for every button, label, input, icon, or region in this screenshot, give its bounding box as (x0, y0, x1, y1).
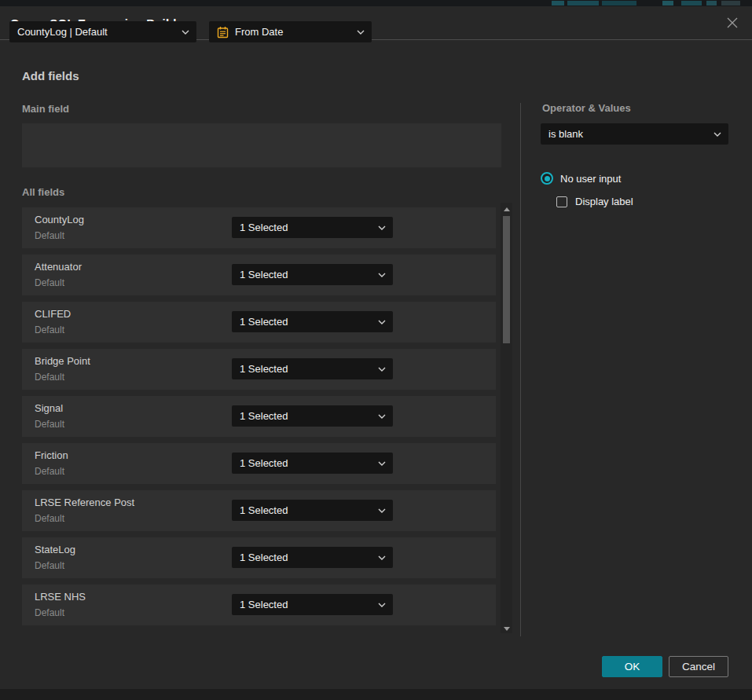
background-bottom-strip (0, 689, 752, 700)
field-row-subtitle: Default (35, 277, 64, 288)
chevron-down-icon (378, 508, 386, 513)
no-user-input-label: No user input (560, 173, 621, 185)
field-row-selection-select[interactable]: 1 Selected (232, 547, 393, 568)
field-row-subtitle: Default (35, 230, 64, 241)
field-row-selection-value: 1 Selected (240, 222, 288, 233)
display-label-label: Display label (575, 196, 633, 207)
field-row-name: Signal (35, 402, 63, 415)
main-field-panel (22, 123, 501, 167)
background-artifact (721, 1, 740, 5)
field-row-subtitle: Default (35, 324, 64, 335)
field-row-selection-select[interactable]: 1 Selected (232, 500, 393, 521)
chevron-down-icon (378, 225, 386, 230)
field-row-name: CountyLog (35, 214, 84, 226)
field-row-name: Bridge Point (35, 355, 90, 368)
field-row-selection-select[interactable]: 1 Selected (232, 311, 393, 332)
panel-divider (520, 103, 521, 636)
field-row: StateLog Default 1 Selected (22, 537, 496, 578)
ok-button[interactable]: OK (602, 656, 662, 677)
display-label-checkbox[interactable]: Display label (556, 196, 633, 207)
field-row-selection-value: 1 Selected (240, 316, 288, 328)
field-row-name: StateLog (35, 544, 75, 556)
field-row-subtitle: Default (35, 419, 64, 430)
background-artifact (552, 1, 564, 5)
chevron-down-icon (378, 273, 386, 277)
main-field-layer-select[interactable]: CountyLog | Default (9, 21, 196, 42)
field-row: Signal Default 1 Selected (22, 396, 496, 437)
field-row-name: Friction (35, 449, 68, 462)
field-row-selection-select[interactable]: 1 Selected (232, 453, 393, 474)
field-row-selection-value: 1 Selected (240, 457, 288, 469)
chevron-down-icon (378, 320, 386, 324)
radio-selected-icon (541, 172, 553, 185)
field-row-name: Attenuator (35, 261, 82, 273)
scrollbar-thumb[interactable] (503, 216, 510, 343)
field-row: Friction Default 1 Selected (22, 443, 496, 484)
background-artifact (681, 1, 702, 5)
field-row-selection-select[interactable]: 1 Selected (232, 264, 393, 285)
operator-select[interactable]: is blank (541, 123, 728, 145)
chevron-down-icon (378, 461, 386, 466)
no-user-input-radio[interactable]: No user input (541, 172, 621, 185)
field-row-name: LRSE NHS (35, 591, 86, 603)
operator-select-value: is blank (548, 128, 583, 140)
chevron-down-icon (378, 367, 386, 372)
close-icon[interactable] (724, 16, 740, 31)
field-row-selection-select[interactable]: 1 Selected (232, 594, 393, 615)
chevron-down-icon (182, 30, 189, 35)
field-row-subtitle: Default (35, 372, 64, 383)
dialog-group-sql-expression-builder: Group SQL Expression Builder Add fields … (0, 6, 752, 689)
chevron-down-icon (378, 414, 386, 419)
field-row-selection-select[interactable]: 1 Selected (232, 405, 393, 427)
triangle-down-icon[interactable] (504, 627, 510, 631)
field-row-selection-value: 1 Selected (240, 363, 288, 375)
background-artifact (602, 1, 636, 5)
calendar-icon (217, 26, 229, 38)
operator-values-label: Operator & Values (542, 102, 631, 114)
field-row: CountyLog Default 1 Selected (22, 207, 496, 248)
field-row-selection-value: 1 Selected (240, 410, 288, 422)
field-row-name: LRSE Reference Post (35, 497, 134, 509)
checkbox-unchecked-icon (556, 196, 567, 207)
field-row-selection-value: 1 Selected (240, 599, 288, 610)
main-field-label: Main field (22, 103, 69, 115)
add-fields-heading: Add fields (22, 69, 79, 82)
field-row-selection-value: 1 Selected (240, 269, 288, 280)
field-row-subtitle: Default (35, 513, 64, 524)
field-row-selection-value: 1 Selected (240, 552, 288, 563)
field-row: LRSE Reference Post Default 1 Selected (22, 490, 496, 531)
chevron-down-icon (357, 30, 365, 35)
background-artifact (567, 1, 599, 5)
background-artifact (662, 1, 673, 5)
field-row-selection-select[interactable]: 1 Selected (232, 217, 393, 238)
cancel-button[interactable]: Cancel (669, 656, 728, 677)
field-row: CLIFED Default 1 Selected (22, 302, 496, 343)
main-field-layer-select-value: CountyLog | Default (17, 26, 108, 38)
background-artifact (706, 1, 717, 5)
main-field-field-select-value: From Date (235, 26, 283, 38)
background-app-strip (0, 0, 752, 6)
field-row: LRSE NHS Default 1 Selected (22, 585, 496, 625)
chevron-down-icon (378, 603, 386, 607)
field-row: Attenuator Default 1 Selected (22, 255, 496, 295)
main-field-field-select[interactable]: From Date (209, 21, 372, 42)
field-row-selection-value: 1 Selected (240, 504, 288, 516)
all-fields-list: CountyLog Default 1 Selected Attenuator … (22, 207, 496, 632)
field-row-subtitle: Default (35, 560, 64, 571)
field-row-subtitle: Default (35, 607, 64, 618)
chevron-down-icon (378, 555, 386, 560)
field-row-name: CLIFED (35, 308, 71, 321)
all-fields-label: All fields (22, 186, 64, 198)
triangle-up-icon[interactable] (504, 207, 510, 211)
fields-list-scrollbar[interactable] (501, 203, 512, 633)
screen: Group SQL Expression Builder Add fields … (0, 0, 752, 700)
field-row-subtitle: Default (35, 466, 64, 477)
field-row: Bridge Point Default 1 Selected (22, 349, 496, 390)
field-row-selection-select[interactable]: 1 Selected (232, 358, 393, 379)
chevron-down-icon (713, 132, 721, 137)
